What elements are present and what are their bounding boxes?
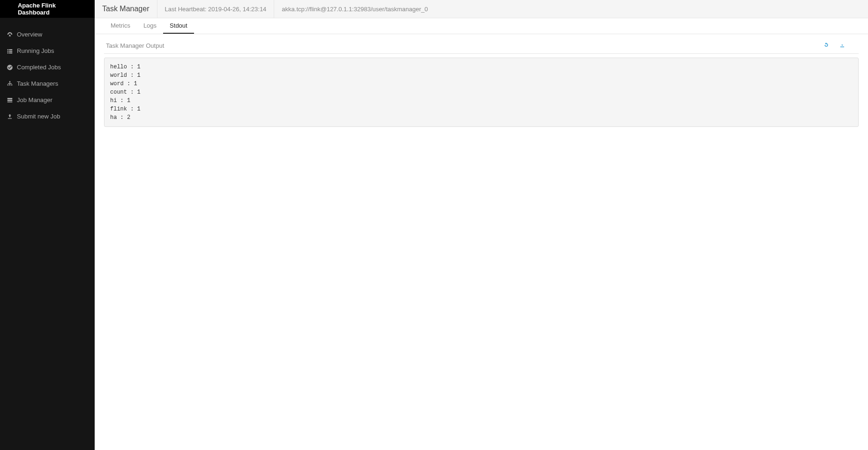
upload-icon bbox=[7, 113, 13, 120]
sidebar-nav: Overview Running Jobs Completed Jobs Tas… bbox=[0, 18, 95, 125]
sitemap-icon bbox=[7, 81, 13, 87]
heartbeat-value: 2019-04-26, 14:23:14 bbox=[208, 6, 266, 13]
dashboard-icon bbox=[7, 31, 13, 38]
page-title: Task Manager bbox=[95, 0, 157, 18]
tabs: Metrics Logs Stdout bbox=[95, 18, 868, 34]
sidebar: Apache Flink Dashboard Overview Running … bbox=[0, 0, 95, 450]
server-icon bbox=[7, 97, 13, 103]
flink-logo-icon bbox=[6, 5, 14, 13]
page-header: Task Manager Last Heartbeat: 2019-04-26,… bbox=[95, 0, 868, 18]
sidebar-item-running-jobs[interactable]: Running Jobs bbox=[0, 43, 95, 59]
content: Task Manager Output hello : 1 world : 1 … bbox=[95, 34, 868, 136]
sidebar-item-label: Job Manager bbox=[17, 96, 52, 103]
download-icon bbox=[839, 42, 846, 50]
brand-title: Apache Flink Dashboard bbox=[18, 2, 89, 16]
brand[interactable]: Apache Flink Dashboard bbox=[0, 0, 95, 18]
sidebar-item-submit-job[interactable]: Submit new Job bbox=[0, 108, 95, 125]
heartbeat-label: Last Heartbeat: bbox=[165, 6, 207, 13]
refresh-button[interactable] bbox=[823, 42, 830, 50]
refresh-icon bbox=[823, 42, 830, 50]
sidebar-item-job-manager[interactable]: Job Manager bbox=[0, 92, 95, 108]
sidebar-item-label: Overview bbox=[17, 31, 42, 38]
sidebar-item-completed-jobs[interactable]: Completed Jobs bbox=[0, 59, 95, 75]
tab-stdout[interactable]: Stdout bbox=[163, 18, 194, 34]
sidebar-item-task-managers[interactable]: Task Managers bbox=[0, 75, 95, 92]
sidebar-item-label: Submit new Job bbox=[17, 113, 60, 120]
section-actions bbox=[823, 42, 859, 50]
sidebar-item-overview[interactable]: Overview bbox=[0, 26, 95, 43]
tab-metrics[interactable]: Metrics bbox=[104, 18, 137, 34]
list-icon bbox=[7, 48, 13, 54]
sidebar-item-label: Running Jobs bbox=[17, 47, 54, 54]
sidebar-item-label: Completed Jobs bbox=[17, 64, 61, 71]
taskmanager-path: akka.tcp://flink@127.0.1.1:32983/user/ta… bbox=[274, 0, 435, 18]
section-title: Task Manager Output bbox=[106, 42, 164, 49]
main: Task Manager Last Heartbeat: 2019-04-26,… bbox=[95, 0, 868, 450]
sidebar-item-label: Task Managers bbox=[17, 80, 58, 87]
tab-logs[interactable]: Logs bbox=[137, 18, 163, 34]
download-button[interactable] bbox=[839, 42, 846, 50]
section-header: Task Manager Output bbox=[104, 40, 859, 54]
stdout-output: hello : 1 world : 1 word : 1 count : 1 h… bbox=[104, 58, 859, 127]
check-circle-icon bbox=[7, 64, 13, 71]
heartbeat: Last Heartbeat: 2019-04-26, 14:23:14 bbox=[157, 0, 275, 18]
